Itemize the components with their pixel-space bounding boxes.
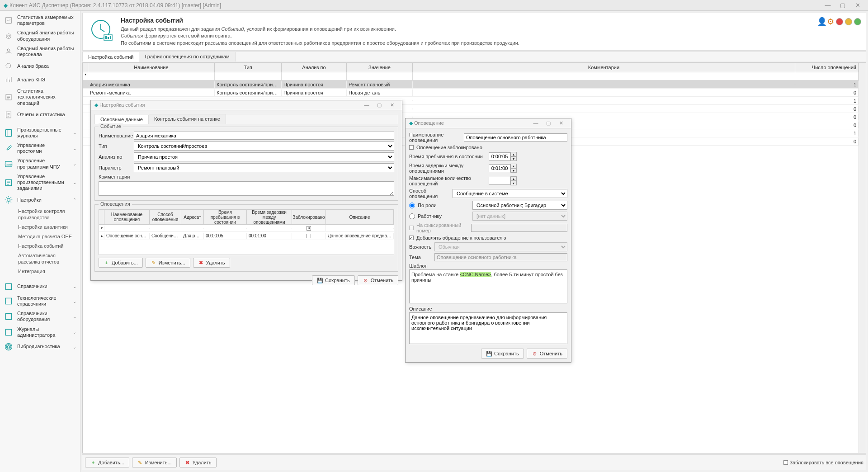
by-worker-radio[interactable] (409, 213, 415, 219)
add-button[interactable]: +Добавить... (85, 458, 129, 467)
grid-header: Наименование Тип Анализ по Значение Комм… (83, 63, 859, 72)
sidebar-item[interactable]: Статистика измеряемых параметров (0, 13, 80, 28)
role-select[interactable]: Основной работник; Бригадир (472, 201, 567, 210)
sidebar-item[interactable]: Отчеты и статистика (0, 108, 80, 122)
status-red (836, 18, 843, 25)
dialog-titlebar[interactable]: ◆ Оповещение —▢✕ (406, 118, 571, 128)
tab-event-settings[interactable]: Настройка событий (83, 52, 139, 62)
cancel-button[interactable]: ⊘Отменить (527, 349, 567, 359)
method-select[interactable]: Сообщение в системе (453, 189, 567, 198)
sidebar-group[interactable]: Журналы администратора⌄ (0, 325, 80, 340)
sidebar-item[interactable]: Сводный анализ работы персонала (0, 44, 80, 59)
max-count-spinner[interactable]: ▲▼ (489, 176, 517, 185)
notif-filter-row[interactable]: ▾ (99, 225, 394, 232)
minimize-icon[interactable]: — (529, 120, 542, 126)
notif-grid[interactable]: Наименование оповещения Способ оповещени… (99, 209, 394, 255)
close-icon[interactable]: ✕ (851, 2, 864, 9)
notif-add-button[interactable]: +Добавить... (99, 258, 143, 268)
sidebar-sub[interactable]: Методика расчета OEE (0, 232, 80, 241)
status-traffic: 👤⚙ (817, 17, 861, 27)
x-icon: ✖ (184, 459, 191, 466)
sidebar-sub-events[interactable]: Настройка событий (0, 241, 80, 251)
minimize-icon[interactable]: — (821, 2, 835, 9)
journal-icon (4, 128, 14, 138)
event-type-select[interactable]: Контроль состояний/простоев (134, 142, 394, 151)
blocked-checkbox[interactable] (409, 145, 414, 150)
template-textarea[interactable]: Проблема на станке <CNC.Name>, более 5-т… (409, 269, 567, 303)
chevron-down-icon: ⌄ (73, 146, 76, 151)
chevron-down-icon: ⌄ (73, 284, 76, 289)
pencil-icon: ✎ (137, 459, 143, 466)
event-analyze-select[interactable]: Причина простоя (134, 152, 394, 161)
block-all-label: Заблокировать все оповещения (790, 460, 864, 465)
sidebar-group[interactable]: GcodeУправление программами ЧПУ⌄ (0, 156, 80, 171)
window-controls: — ▢ ✕ (821, 2, 864, 9)
grid-row[interactable]: Ремонт-механика Контроль состояния/причи… (83, 89, 859, 97)
status-green (854, 18, 861, 25)
minimize-icon[interactable]: — (360, 102, 373, 108)
plus-icon: + (90, 459, 96, 466)
app-icon: ◆ (4, 2, 8, 9)
tab-main-data[interactable]: Основные данные (95, 115, 149, 124)
equipment-icon (4, 312, 14, 321)
block-all-checkbox[interactable] (783, 460, 788, 465)
gcode-icon: Gcode (4, 159, 14, 169)
sidebar-group[interactable]: Производственные журналы⌄ (0, 125, 80, 141)
sidebar-group-settings[interactable]: Настройки⌃ (0, 193, 80, 207)
save-button[interactable]: 💾Сохранить (312, 275, 355, 285)
event-dialog: ◆ Настройка события —▢✕ Основные данные … (90, 100, 402, 281)
title-bar: ◆ Клиент АИС Диспетчер (Версия: 2.4.117.… (0, 0, 868, 11)
sidebar-group[interactable]: Управление производственными заданиями⌄ (0, 172, 80, 194)
maximize-icon[interactable]: ▢ (836, 2, 849, 9)
grid-filter-row[interactable]: ▾ (83, 72, 859, 80)
tab-machine-control[interactable]: Контроль события на станке (149, 114, 226, 124)
desc-textarea[interactable]: Данное оповещение предназначено для инфо… (409, 312, 567, 344)
users-icon (4, 47, 14, 57)
fixed-num-input (471, 224, 567, 232)
event-param-select[interactable]: Ремонт плановый (134, 163, 394, 172)
notif-row[interactable]: ▸ Оповещение основ... Сообщение в ... Дл… (99, 232, 394, 240)
disk-icon: 💾 (317, 277, 323, 283)
close-icon[interactable]: ✕ (386, 102, 398, 108)
close-icon[interactable]: ✕ (555, 120, 567, 126)
edit-button[interactable]: ✎Изменить... (132, 458, 177, 467)
sidebar-item[interactable]: Анализ КПЭ (0, 73, 80, 86)
cancel-button[interactable]: ⊘Отменить (358, 275, 398, 285)
sidebar-sub[interactable]: Автоматическая рассылка отчетов (0, 251, 80, 266)
notif-name-input[interactable] (464, 133, 567, 142)
delete-button[interactable]: ✖Удалить (179, 458, 217, 467)
sidebar-group[interactable]: Справочники⌄ (0, 280, 80, 293)
event-comment-textarea[interactable] (99, 181, 394, 196)
maximize-icon[interactable]: ▢ (373, 102, 386, 108)
user-settings-icon[interactable]: 👤⚙ (817, 17, 834, 27)
grid-row[interactable]: Авария механика Контроль состояния/причи… (83, 80, 859, 89)
sidebar-sub[interactable]: Интеграция (0, 267, 80, 276)
sidebar-group[interactable]: Вибродиагностика⌄ (0, 340, 80, 354)
event-name-input[interactable] (134, 132, 394, 140)
page-header: Настройка событий Данный раздел предназн… (82, 13, 866, 51)
sidebar-item[interactable]: Анализ брака (0, 59, 80, 73)
svg-rect-13 (5, 298, 11, 304)
maximize-icon[interactable]: ▢ (542, 120, 555, 126)
sidebar-item[interactable]: Статистика технологических операций (0, 86, 80, 108)
sidebar-group[interactable]: Справочники оборудования⌄ (0, 309, 80, 324)
notif-edit-button[interactable]: ✎Изменить... (146, 258, 190, 268)
sidebar-item[interactable]: Сводный анализ работы оборудования (0, 28, 80, 43)
add-appeal-checkbox[interactable] (409, 236, 414, 240)
wrench-icon (4, 143, 14, 153)
sidebar-group[interactable]: Технологические справочники⌄ (0, 293, 80, 309)
delay-time-spinner[interactable]: ▲▼ (489, 164, 517, 173)
sidebar-group[interactable]: Управление простоями⌄ (0, 141, 80, 156)
sidebar-sub[interactable]: Настройки аналитики (0, 222, 80, 232)
notif-delete-button[interactable]: ✖Удалить (193, 258, 230, 268)
by-role-radio[interactable] (409, 203, 415, 208)
dialog-titlebar[interactable]: ◆ Настройка события —▢✕ (91, 100, 402, 110)
tab-schedule[interactable]: График оповещения по сотрудникам (139, 52, 235, 61)
sidebar[interactable]: Статистика измеряемых параметров Сводный… (0, 11, 80, 472)
svg-point-16 (8, 346, 10, 348)
book-icon (4, 282, 14, 292)
sidebar-sub[interactable]: Настройки контроля производства (0, 207, 80, 222)
vertical-scrollbar[interactable] (859, 63, 866, 453)
stay-time-spinner[interactable]: ▲▼ (489, 152, 517, 161)
save-button[interactable]: 💾Сохранить (481, 349, 524, 359)
